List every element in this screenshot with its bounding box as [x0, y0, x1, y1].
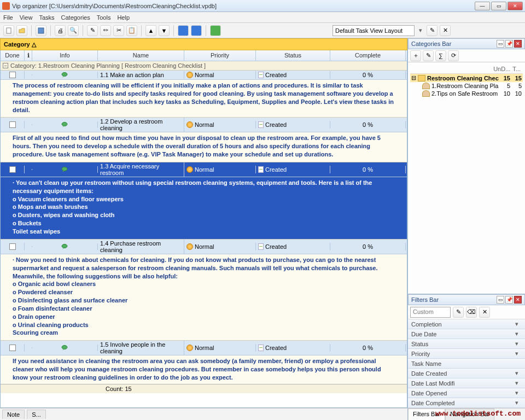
grid-footer: Count: 15 [1, 384, 407, 393]
priority-label: Normal [195, 72, 214, 78]
chevron-down-icon[interactable]: ▾ [515, 350, 522, 357]
chevron-down-icon[interactable]: ▾ [515, 320, 522, 328]
menu-file[interactable]: File [3, 14, 13, 21]
task-name: 1.1 Make an action plan [98, 71, 184, 79]
chevron-down-icon[interactable]: ▾ [417, 27, 424, 34]
filter-row[interactable]: Due Date▾ [408, 329, 525, 339]
tree-child[interactable]: 2.Tips on Safe Restroom Cle 10 10 [410, 90, 523, 97]
print-icon[interactable]: 🖨 [55, 25, 66, 36]
checkbox[interactable] [9, 166, 16, 173]
green-action-icon[interactable] [210, 25, 221, 36]
col-status[interactable]: Status [256, 50, 330, 61]
task-grid: Done ℹ Info Name Priority Status Complet… [0, 50, 407, 408]
move-down-icon[interactable]: ▼ [159, 25, 170, 36]
task-name: 1.4 Purchase restroom cleaning [98, 240, 184, 254]
priority-label: Normal [195, 345, 214, 351]
cat-new-icon[interactable]: ＋ [410, 50, 421, 61]
task-row[interactable]: 1.3 Acquire necessary restroom Normal Cr… [1, 162, 407, 177]
chevron-down-icon[interactable]: ▾ [515, 370, 522, 377]
col-done[interactable]: Done [1, 50, 25, 61]
filter-clear-icon[interactable]: ⌫ [466, 307, 477, 318]
new-icon[interactable] [3, 25, 14, 36]
menu-tools[interactable]: Tools [97, 14, 111, 21]
priority-label: Normal [195, 121, 214, 128]
col-name[interactable]: Name [98, 50, 184, 61]
chevron-down-icon[interactable]: ▾ [515, 380, 522, 387]
panel-opts-icon[interactable]: ▭ [497, 40, 504, 48]
filter-apply-icon[interactable]: ✎ [453, 307, 464, 318]
panel-close-icon[interactable]: ✕ [514, 40, 522, 48]
layout-select[interactable]: Default Task View Layout [332, 25, 415, 36]
category-row[interactable]: −Category: 1.Restroom Cleaning Planning … [1, 61, 407, 71]
checkbox[interactable] [9, 243, 16, 250]
tab-note[interactable]: Note [2, 410, 25, 419]
menu-help[interactable]: Help [117, 14, 130, 21]
filter-row[interactable]: Date Last Modifi▾ [408, 378, 525, 388]
checkbox[interactable] [9, 345, 16, 351]
move-up-icon[interactable]: ▲ [145, 25, 156, 36]
task-note: First of all you need to find out how mu… [1, 132, 407, 162]
task-edit-icon[interactable]: ✏ [100, 25, 111, 36]
filter-row[interactable]: Completion▾ [408, 319, 525, 329]
layout-delete-icon[interactable]: ✕ [440, 25, 451, 36]
blue-action-icon[interactable] [178, 25, 189, 36]
panel-opts-icon[interactable]: ▭ [497, 296, 504, 304]
panel-pin-icon[interactable]: 📌 [505, 40, 513, 48]
task-copy-icon[interactable]: 📋 [126, 25, 137, 36]
layout-apply-icon[interactable]: ✎ [427, 25, 438, 36]
minimize-button[interactable]: — [475, 2, 490, 10]
col-priority[interactable]: Priority [184, 50, 256, 61]
priority-icon [186, 72, 193, 78]
col-complete[interactable]: Complete [330, 50, 406, 61]
col-info-icon[interactable]: ℹ [25, 50, 32, 61]
filter-row[interactable]: Task Name [408, 359, 525, 369]
filter-row[interactable]: Date Completed▾ [408, 398, 525, 408]
filter-row[interactable]: Priority▾ [408, 349, 525, 359]
tree-child[interactable]: 1.Restroom Cleaning Plannin 5 5 [410, 82, 523, 90]
cat-del-icon[interactable]: ∑ [435, 50, 446, 61]
save-icon[interactable] [36, 25, 46, 36]
checkbox[interactable] [9, 72, 16, 78]
panel-close-icon[interactable]: ✕ [514, 296, 522, 304]
chevron-down-icon[interactable]: ▾ [515, 330, 522, 337]
close-button[interactable]: ✕ [508, 2, 523, 10]
task-name: 1.5 Involve people in the cleaning [98, 341, 184, 355]
chevron-down-icon[interactable]: ▾ [515, 399, 522, 406]
task-new-icon[interactable]: ✎ [87, 25, 98, 36]
task-delete-icon[interactable]: ✂ [113, 25, 124, 36]
toolbar: 🖨 🔍 ✎ ✏ ✂ 📋 ▲ ▼ Default Task View Layout… [0, 23, 525, 38]
filter-row[interactable]: Date Opened▾ [408, 388, 525, 398]
task-row[interactable]: 1.5 Involve people in the cleaning Norma… [1, 341, 407, 355]
filter-row[interactable]: Status▾ [408, 339, 525, 349]
cat-refresh-icon[interactable]: ⟳ [448, 50, 459, 61]
maximize-button[interactable]: ▭ [491, 2, 506, 10]
task-row[interactable]: 1.4 Purchase restroom cleaning Normal Cr… [1, 240, 407, 254]
menu-view[interactable]: View [20, 14, 33, 21]
filter-custom-select[interactable]: Custom [410, 307, 451, 318]
note-icon [61, 167, 69, 172]
col-info[interactable]: Info [32, 50, 98, 61]
menu-categories[interactable]: Categories [61, 14, 90, 21]
blue-action2-icon[interactable] [191, 25, 202, 36]
preview-icon[interactable]: 🔍 [68, 25, 79, 36]
menu-tasks[interactable]: Tasks [39, 14, 54, 21]
cat-edit-icon[interactable]: ✎ [423, 50, 434, 61]
tab-s[interactable]: S... [27, 410, 46, 419]
complete-label: 0 % [330, 166, 406, 173]
status-label: Created [265, 72, 287, 78]
chevron-down-icon[interactable]: ▾ [515, 340, 522, 347]
collapse-icon[interactable]: − [3, 63, 8, 68]
tree-root[interactable]: ⊟ Restroom Cleaning Checklist 15 15 [410, 74, 523, 82]
task-row[interactable]: 1.2 Develop a restroom cleaning Normal C… [1, 118, 407, 132]
menu-bar: File View Tasks Categories Tools Help [0, 12, 525, 23]
checkbox[interactable] [9, 121, 16, 128]
panel-pin-icon[interactable]: 📌 [505, 296, 513, 304]
open-icon[interactable] [16, 25, 27, 36]
filter-delete-icon[interactable]: ✕ [479, 307, 490, 318]
chevron-down-icon[interactable]: ▾ [515, 389, 522, 396]
collapse-icon[interactable]: ⊟ [411, 74, 416, 81]
task-name: 1.2 Develop a restroom cleaning [98, 118, 184, 132]
category-bar[interactable]: Category △ [0, 38, 407, 50]
task-row[interactable]: 1.1 Make an action plan Normal Created 0… [1, 71, 407, 80]
filter-row[interactable]: Date Created▾ [408, 369, 525, 378]
